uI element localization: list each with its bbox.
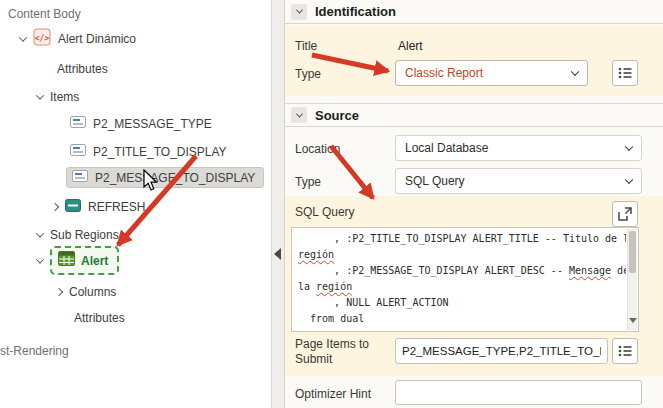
tree-node-p2-message-to-display-selected[interactable]: P2_MESSAGE_TO_DISPLAY: [66, 167, 264, 188]
property-editor: Identification Title Alert Type Classic …: [285, 0, 663, 408]
chevron-down-icon[interactable]: [36, 255, 44, 263]
apex-page-designer: Content Body </> Alert Dinámico Attribut…: [0, 0, 663, 408]
sql-misspelled-word: Mensage: [569, 265, 611, 276]
section-title: Source: [315, 108, 359, 123]
tree-node-content-body[interactable]: Content Body: [8, 3, 81, 24]
tree-node-label: Items: [50, 90, 79, 104]
tree-node-label: st-Rendering: [0, 344, 69, 358]
tree-node-columns[interactable]: Columns: [56, 281, 116, 302]
list-icon: [617, 65, 633, 81]
editor-scrollbar[interactable]: [627, 229, 637, 330]
sql-text-segment: de: [611, 265, 626, 276]
tree-node-label: Columns: [69, 285, 116, 299]
selected-option: Local Database: [405, 141, 488, 155]
tree-node-label: P2_MESSAGE_TYPE: [93, 117, 212, 131]
open-code-editor-button[interactable]: [612, 201, 638, 227]
source-body: SQL Query , :P2_TITLE_TO_DISPLAY ALERT_T…: [285, 196, 663, 376]
identification-body: Title Alert Type Classic Report: [285, 25, 663, 96]
tree-node-label: Attributes: [57, 62, 108, 76]
sql-query-label: SQL Query: [295, 205, 355, 219]
page-item-icon: [70, 115, 86, 133]
selected-option: SQL Query: [405, 174, 465, 188]
chevron-down-icon: [571, 68, 579, 76]
tree-node-label: P2_TITLE_TO_DISPLAY: [93, 145, 227, 159]
type-label: Type: [295, 67, 321, 81]
chevron-down-icon[interactable]: [19, 33, 27, 41]
tree-node-refresh[interactable]: REFRESH: [52, 196, 145, 217]
page-item-icon: [72, 169, 88, 187]
open-in-editor-icon: [617, 206, 633, 222]
collapse-section-icon[interactable]: [291, 107, 307, 123]
source-type-label: Type: [295, 175, 321, 189]
title-value[interactable]: Alert: [398, 39, 423, 53]
sql-misspelled-word: región: [298, 249, 334, 260]
page-items-label-line1: Page Items to: [295, 337, 369, 351]
sql-text-segment: la: [298, 281, 316, 292]
tree-node-items[interactable]: Items: [37, 86, 79, 107]
sql-text-segment: , :P2_TITLE_TO_DISPLAY ALERT_TITLE -- Ti…: [298, 233, 626, 244]
classic-report-icon: [58, 251, 75, 270]
page-items-to-submit-input[interactable]: [395, 338, 608, 364]
identification-section-header[interactable]: Identification: [285, 0, 663, 24]
page-item-icon: [70, 143, 86, 161]
tree-node-post-rendering[interactable]: st-Rendering: [0, 340, 69, 361]
tree-node-p2-title-to-display[interactable]: P2_TITLE_TO_DISPLAY: [70, 141, 227, 162]
optimizer-hint-input[interactable]: [395, 380, 642, 405]
tree-node-alert-attributes[interactable]: Attributes: [74, 307, 125, 328]
page-items-pick-button[interactable]: [612, 338, 638, 364]
location-label: Location: [295, 142, 340, 156]
type-quick-pick-button[interactable]: [612, 60, 638, 86]
sql-text-segment: , :P2_MESSAGE_TO_DISPLAY ALERT_DESC --: [298, 265, 569, 276]
scrollbar-thumb[interactable]: [629, 231, 636, 273]
chevron-down-icon[interactable]: [36, 229, 44, 237]
collapse-left-arrow-icon[interactable]: [274, 248, 281, 260]
chevron-down-icon: [625, 143, 633, 151]
tree-node-attributes[interactable]: Attributes: [57, 58, 108, 79]
title-label: Title: [295, 39, 317, 53]
sql-misspelled-word: región: [316, 281, 352, 292]
tree-node-alert-dinamico[interactable]: </> Alert Dinámico: [20, 28, 136, 49]
sql-text-segment: , NULL ALERT_ACTION: [298, 297, 449, 308]
tree-node-label: P2_MESSAGE_TO_DISPLAY: [95, 171, 255, 185]
tree-node-label: REFRESH: [88, 200, 145, 214]
optimizer-hint-label: Optimizer Hint: [295, 387, 371, 401]
tree-node-label: Content Body: [8, 7, 81, 21]
chevron-down-icon: [625, 176, 633, 184]
tree-node-p2-message-type[interactable]: P2_MESSAGE_TYPE: [70, 113, 212, 134]
source-type-select[interactable]: SQL Query: [395, 168, 642, 194]
region-type-select[interactable]: Classic Report: [395, 60, 588, 86]
tree-node-alert-region[interactable]: Alert: [37, 250, 119, 271]
chevron-down-icon[interactable]: [36, 91, 44, 99]
source-section-header[interactable]: Source: [285, 103, 663, 127]
scroll-down-arrow-icon[interactable]: [628, 318, 637, 328]
tree-node-label: Attributes: [74, 311, 125, 325]
alert-region-highlight[interactable]: Alert: [50, 246, 119, 275]
location-select[interactable]: Local Database: [395, 135, 642, 161]
sql-code-text[interactable]: , :P2_TITLE_TO_DISPLAY ALERT_TITLE -- Ti…: [292, 228, 626, 331]
collapse-section-icon[interactable]: [291, 4, 307, 20]
tree-node-label: Alert Dinámico: [58, 32, 136, 46]
chevron-right-icon[interactable]: [55, 287, 63, 295]
tree-node-label: Sub Regions: [50, 228, 119, 242]
tree-node-label: Alert: [81, 254, 108, 268]
sql-code-editor[interactable]: , :P2_TITLE_TO_DISPLAY ALERT_TITLE -- Ti…: [291, 227, 639, 332]
tree-node-sub-regions[interactable]: Sub Regions: [37, 224, 119, 245]
svg-text:</>: </>: [35, 33, 50, 42]
dynamic-content-region-icon: </>: [33, 28, 51, 50]
dynamic-action-icon: [65, 198, 81, 216]
section-title: Identification: [315, 4, 396, 19]
sql-text-segment: from dual: [298, 313, 364, 324]
selected-option: Classic Report: [405, 66, 483, 80]
panel-splitter[interactable]: [271, 0, 285, 408]
page-items-label-line2: Submit: [295, 352, 332, 366]
chevron-right-icon[interactable]: [51, 202, 59, 210]
list-icon: [617, 343, 633, 359]
